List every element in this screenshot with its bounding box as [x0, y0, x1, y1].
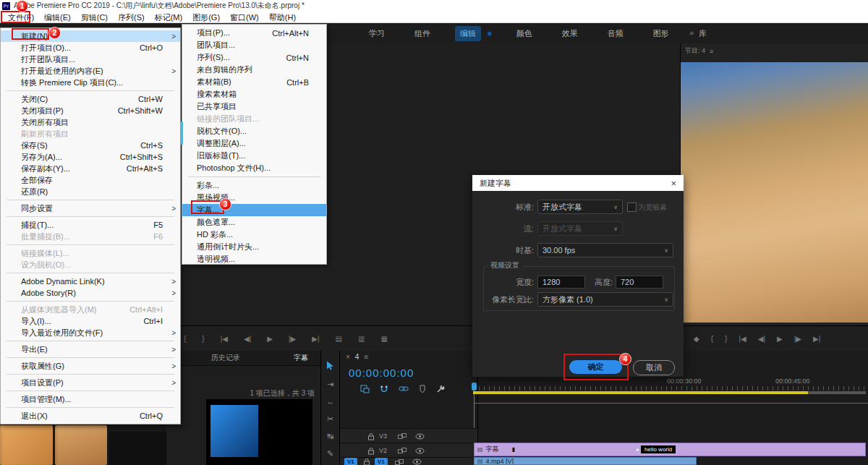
sync-lock-icon[interactable] [398, 448, 407, 453]
track-target-badge[interactable]: V1 [375, 458, 388, 465]
menu-item[interactable]: 全部保存 [1, 174, 180, 186]
sequence-tab[interactable]: 4 [355, 353, 359, 361]
menubar-item-2[interactable]: 编辑(E) [39, 12, 76, 23]
go-to-out-icon[interactable]: ▶| [813, 335, 820, 343]
menu-item[interactable]: 素材箱(B)Ctrl+B [182, 76, 326, 88]
menu-item[interactable]: 导入(I)...Ctrl+I [1, 315, 180, 327]
close-icon[interactable]: × [671, 178, 676, 189]
menu-item[interactable]: 获取属性(G)> [1, 360, 180, 372]
menu-item[interactable]: Adobe Story(R)> [1, 287, 180, 299]
go-to-in-icon[interactable]: |◀ [221, 335, 228, 343]
workspace-tab[interactable]: 音频 [603, 26, 629, 41]
workspace-tab[interactable]: 图形 [648, 26, 674, 41]
menu-item[interactable]: 关闭所有项目 [1, 116, 180, 128]
menu-item[interactable]: 导出(E)> [1, 344, 180, 355]
menu-item[interactable]: 打开项目(O)...Ctrl+O [1, 42, 180, 54]
menu-item[interactable]: 导入最近使用的文件(F)> [1, 327, 180, 338]
cancel-button[interactable]: 取消 [633, 360, 675, 375]
playhead-timecode[interactable]: 00:00:00:00 [349, 367, 414, 379]
overwrite-icon[interactable]: ▥ [358, 335, 365, 343]
menu-item[interactable]: 颜色遮罩... [182, 216, 326, 229]
project-thumbnail[interactable] [0, 425, 53, 465]
go-to-in-icon[interactable]: |◀ [739, 335, 746, 343]
menu-item[interactable]: 团队项目... [182, 39, 326, 51]
track-lock-icon[interactable] [363, 458, 370, 465]
panel-menu-icon[interactable]: ≡ [710, 48, 713, 55]
menu-item[interactable]: 保存副本(Y)...Ctrl+Alt+S [1, 163, 180, 174]
menu-item[interactable]: 调整图层(A)... [182, 137, 326, 150]
menu-item[interactable]: 项目管理(M)... [1, 393, 180, 405]
menubar-item-8[interactable]: 帮助(H) [264, 12, 301, 23]
step-forward-icon[interactable]: |▶ [794, 335, 801, 343]
caption-item-preview[interactable] [206, 399, 312, 465]
menu-item[interactable]: HD 彩条... [182, 229, 326, 241]
sync-lock-icon[interactable] [398, 433, 407, 439]
play-icon[interactable]: ▶ [267, 335, 273, 343]
height-input[interactable]: 720 [616, 276, 663, 289]
workspace-tab[interactable]: 颜色 [511, 26, 537, 41]
track-lock-icon[interactable] [367, 432, 375, 440]
mark-in-icon[interactable]: { [184, 335, 186, 343]
menubar-item-4[interactable]: 序列(S) [113, 12, 150, 23]
mark-in-icon[interactable]: { [711, 335, 713, 343]
menu-item[interactable]: 转换 Premiere Clip 项目(C)... [1, 77, 180, 88]
step-back-icon[interactable]: ◀| [758, 335, 765, 343]
source-patch-badge[interactable]: V1 [344, 458, 357, 465]
step-forward-icon[interactable]: |▶ [289, 335, 296, 343]
menu-item[interactable]: 关闭项目(P)Ctrl+Shift+W [1, 105, 180, 116]
go-to-out-icon[interactable]: ▶| [312, 335, 319, 343]
playhead-marker[interactable] [472, 383, 477, 391]
menu-item[interactable]: 已共享项目 [182, 101, 326, 113]
track-select-forward-tool-icon[interactable]: ⇥ [327, 380, 333, 388]
caption-clip[interactable]: ▤ 字幕 ▮ ▸ hello world [474, 443, 866, 456]
menu-item[interactable]: 透明视频... [182, 253, 326, 265]
selection-tool-icon[interactable] [326, 361, 335, 371]
panel-tab-3[interactable]: 字幕 [294, 353, 308, 363]
menubar-item-3[interactable]: 剪辑(C) [76, 12, 113, 23]
panel-tab-2[interactable]: 历史记录 [211, 353, 240, 363]
project-thumbnail[interactable] [109, 432, 166, 465]
mark-out-icon[interactable]: } [202, 335, 204, 343]
project-thumbnail[interactable] [55, 425, 107, 465]
menu-item[interactable]: 还原(R) [1, 186, 180, 197]
menu-item[interactable]: 关闭(C)Ctrl+W [1, 93, 180, 105]
pen-tool-icon[interactable]: ✎ [327, 450, 333, 458]
menu-item[interactable]: Adobe Dynamic Link(K)> [1, 276, 180, 287]
razor-tool-icon[interactable]: ✂ [327, 415, 333, 423]
linked-selection-icon[interactable] [399, 385, 409, 393]
workspace-overflow-icon[interactable]: » [689, 28, 694, 37]
menu-item[interactable]: 打开最近使用的内容(E)> [1, 65, 180, 77]
workspace-tab[interactable]: 学习 [364, 26, 390, 41]
menu-item[interactable]: 另存为(A)...Ctrl+Shift+S [1, 151, 180, 163]
track-header-v3[interactable]: V3 [340, 428, 477, 443]
standard-dropdown[interactable]: 开放式字幕∨ [537, 200, 623, 214]
menu-item[interactable]: 旧版标题(T)... [182, 150, 326, 162]
slip-tool-icon[interactable]: ↹ [327, 432, 333, 440]
menu-item[interactable]: 保存(S)Ctrl+S [1, 140, 180, 151]
workspace-tab[interactable]: 组件 [409, 26, 435, 41]
timeline-ruler[interactable]: 00:00:30:00 00:00:45:00 [474, 377, 868, 391]
track-lock-icon[interactable] [367, 447, 375, 455]
add-marker-icon[interactable] [419, 385, 426, 393]
menu-item[interactable]: 搜索素材箱 [182, 88, 326, 101]
timeline-menu-icon[interactable]: ≡ [364, 353, 368, 361]
pixel-aspect-ratio-dropdown[interactable]: 方形像素 (1.0)∨ [537, 292, 673, 307]
work-area-bar-end[interactable] [808, 391, 866, 394]
clip-marker-text[interactable]: hello world [641, 445, 676, 453]
timebase-dropdown[interactable]: 30.00 fps∨ [537, 243, 673, 257]
sync-lock-icon[interactable] [395, 459, 404, 465]
widescreen-checkbox[interactable] [627, 202, 637, 212]
timeline-close-icon[interactable]: × [346, 353, 350, 361]
menu-item[interactable]: 项目设置(P)> [1, 377, 180, 388]
add-marker-icon[interactable]: ◆ [694, 335, 699, 343]
snap-icon[interactable] [380, 385, 388, 393]
track-header-v1[interactable]: V1 V1 [340, 457, 477, 465]
menu-item[interactable]: 彩条... [182, 179, 326, 192]
nest-icon[interactable] [360, 385, 370, 393]
workspace-tab[interactable]: 效果 [557, 26, 583, 41]
workspace-menu-icon[interactable]: ≡ [488, 30, 492, 38]
menu-item[interactable]: 序列(S)...Ctrl+N [182, 51, 326, 64]
menu-item[interactable]: 项目(P)...Ctrl+Alt+N [182, 27, 326, 39]
track-output-eye-icon[interactable] [415, 448, 425, 454]
menu-item[interactable]: 退出(X)Ctrl+Q [1, 410, 180, 422]
